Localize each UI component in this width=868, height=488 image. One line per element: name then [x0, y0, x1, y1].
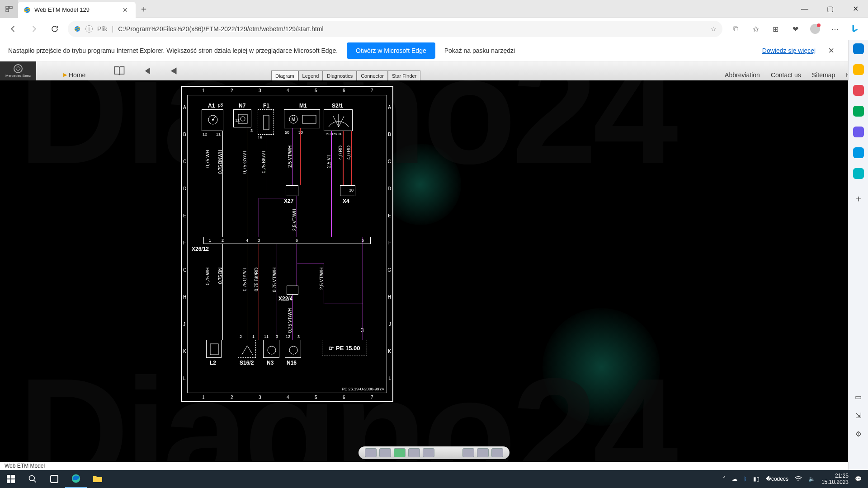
grid-col: 7 — [371, 395, 373, 400]
open-in-edge-button[interactable]: Otwórz w Microsoft Edge — [347, 42, 435, 59]
component-n16[interactable] — [285, 340, 301, 358]
sidebar-outlook-icon[interactable] — [853, 147, 864, 158]
extensions-icon[interactable]: ❤︎ — [788, 21, 803, 37]
task-view-button[interactable] — [43, 470, 65, 488]
component-n3[interactable] — [263, 340, 279, 358]
tab-diagnostics[interactable]: Diagnostics — [323, 70, 357, 80]
tool-info[interactable] — [423, 448, 434, 457]
component-label-n3: N3 — [267, 360, 274, 366]
tool-next[interactable] — [491, 448, 503, 457]
sidebar-office-icon[interactable] — [853, 127, 864, 137]
pin: 4 — [246, 238, 248, 243]
favorite-star-icon[interactable]: ☆ — [711, 25, 717, 33]
link-contact[interactable]: Contact us — [771, 71, 801, 79]
tool-select[interactable] — [365, 448, 377, 457]
link-sitemap[interactable]: Sitemap — [812, 71, 835, 79]
tray-wifi-icon[interactable]: �codecs — [766, 476, 788, 482]
collections-icon[interactable]: ⊞ — [768, 21, 783, 37]
tool-hand[interactable] — [379, 448, 391, 457]
maximize-button[interactable]: ▢ — [817, 0, 843, 18]
link-abbreviation[interactable]: Abbreviation — [725, 71, 760, 79]
back-button[interactable] — [5, 21, 21, 37]
profile-icon[interactable] — [807, 21, 823, 37]
pe-reference-box[interactable]: ☞ PE 15.00 — [322, 340, 367, 356]
new-tab-button[interactable]: ＋ — [136, 1, 152, 17]
wire-label: 0,75 VT/WH — [272, 267, 277, 292]
wiring-schematic[interactable]: 1 2 3 4 5 6 7 1 2 3 4 5 6 7 A A B B C C … — [181, 86, 393, 402]
sidebar-drop-icon[interactable] — [853, 168, 864, 179]
sidebar-add-button[interactable]: ＋ — [854, 192, 863, 205]
wire-label: 0,75 VT/WH — [288, 308, 292, 333]
component-label-x224: X22/4 — [278, 296, 292, 302]
show-on-toolbar-link[interactable]: Pokaż na pasku narzędzi — [444, 47, 515, 54]
ie-mode-icon — [74, 25, 81, 33]
first-page-icon[interactable] — [140, 64, 153, 78]
pin: 30 — [349, 188, 354, 192]
address-bar[interactable]: i Plik | C:/Program%20Files%20(x86)/ETM-… — [68, 21, 722, 37]
tool-prev[interactable] — [477, 448, 489, 457]
svg-point-19 — [268, 346, 276, 354]
svg-rect-1 — [9, 6, 12, 9]
tab-connector[interactable]: Connector — [357, 70, 388, 80]
infobar-close-button[interactable]: × — [825, 45, 838, 56]
taskbar-app-explorer[interactable] — [87, 470, 108, 488]
sidebar-collapse-icon[interactable]: ▭ — [855, 393, 862, 401]
component-m1[interactable]: M — [284, 109, 320, 128]
tray-chevron-up-icon[interactable]: ˄ — [723, 476, 726, 482]
bus-x26-12[interactable] — [203, 237, 371, 244]
tray-notifications-icon[interactable]: 💬 — [855, 476, 862, 482]
sidebar-share-icon[interactable]: ⇲ — [855, 411, 861, 420]
tray-wifi-icon[interactable] — [795, 475, 802, 483]
grid-row: H — [183, 295, 186, 300]
sidebar-search-icon[interactable] — [853, 43, 864, 54]
taskbar-app-edge[interactable] — [65, 470, 87, 488]
component-l2[interactable] — [206, 340, 222, 358]
tab-star-finder[interactable]: Star Finder — [388, 70, 420, 80]
browser-tab[interactable]: Web ETM Model 129 × — [18, 2, 136, 18]
tool-print[interactable] — [462, 448, 474, 457]
sidebar-tools-icon[interactable] — [853, 85, 864, 96]
nav-tool-icons — [113, 64, 180, 78]
system-tray: ˄ ☁ ᛒ ▮▯ �codecs 🔈 21:25 15.10.2023 💬 — [717, 473, 868, 486]
pin: 50 — [285, 130, 289, 135]
component-f1[interactable] — [258, 109, 274, 135]
tool-zoom[interactable] — [394, 448, 406, 457]
tab-diagram[interactable]: Diagram — [271, 70, 298, 80]
home-link[interactable]: Home — [63, 63, 85, 79]
forward-button[interactable] — [26, 21, 42, 37]
tool-fit[interactable] — [408, 448, 420, 457]
start-button[interactable] — [0, 470, 22, 488]
reading-list-icon[interactable]: ⧉ — [728, 21, 743, 37]
tray-battery-icon[interactable]: ▮▯ — [753, 476, 760, 482]
tray-clock[interactable]: 21:25 15.10.2023 — [821, 473, 849, 486]
tab-legend[interactable]: Legend — [298, 70, 323, 80]
component-s162[interactable] — [238, 340, 256, 358]
tray-bluetooth-icon[interactable]: ᛒ — [744, 476, 747, 482]
diagram-viewport[interactable]: Diagno24 Diagno24 1 2 3 4 5 6 7 1 2 3 4 … — [0, 80, 868, 462]
sidebar-shopping-icon[interactable] — [853, 64, 864, 75]
sidebar-settings-icon[interactable]: ⚙ — [855, 430, 862, 438]
learn-more-link[interactable]: Dowiedz się więcej — [762, 47, 816, 54]
menu-button[interactable]: ⋯ — [827, 21, 843, 37]
bing-chat-button[interactable] — [847, 21, 863, 37]
wire — [300, 128, 301, 185]
search-button[interactable] — [22, 470, 43, 488]
component-label-s21: S2/1 — [332, 103, 343, 109]
mercedes-logo[interactable]: Mercedes-Benz — [0, 61, 36, 80]
connector-x224[interactable] — [287, 286, 298, 295]
tab-actions-button[interactable] — [0, 0, 18, 18]
minimize-button[interactable]: — — [792, 0, 817, 18]
favorites-icon[interactable]: ✩ — [748, 21, 763, 37]
sidebar-games-icon[interactable] — [853, 106, 864, 117]
tray-volume-icon[interactable]: 🔈 — [808, 476, 815, 482]
component-s21[interactable] — [324, 109, 353, 131]
component-a1[interactable] — [202, 109, 223, 131]
refresh-button[interactable] — [47, 21, 62, 37]
close-window-button[interactable]: ✕ — [843, 0, 868, 18]
grid-col: 1 — [202, 395, 205, 400]
connector-x27[interactable] — [286, 185, 298, 196]
prev-page-icon[interactable] — [167, 64, 180, 78]
tab-close-button[interactable]: × — [120, 6, 130, 14]
tray-onedrive-icon[interactable]: ☁ — [732, 476, 737, 482]
book-icon[interactable] — [113, 64, 126, 78]
